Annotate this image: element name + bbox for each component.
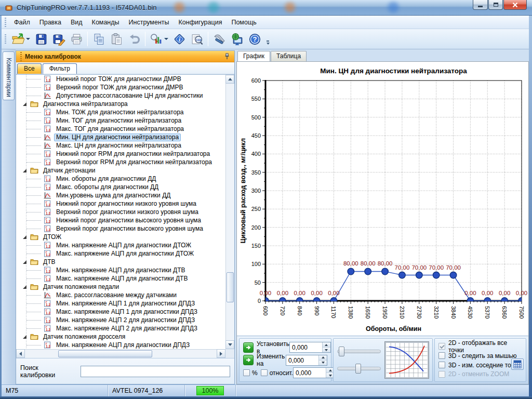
save-as-button[interactable] xyxy=(50,31,67,47)
search-input[interactable] xyxy=(81,366,230,377)
toolbar-grip[interactable] xyxy=(5,34,6,44)
tree-item[interactable]: Мин.уровень шума для диагностики ДД xyxy=(16,191,225,200)
menu-item[interactable]: Файл xyxy=(9,17,35,28)
slider-thumb[interactable] xyxy=(355,364,361,374)
chart-view-button[interactable] xyxy=(148,31,170,47)
open-file-button[interactable] xyxy=(10,31,32,47)
title-bar[interactable]: ChipTuningPRO ver.7.7.1.1193 - I574DA01.… xyxy=(0,0,532,16)
relative-checkbox[interactable] xyxy=(261,369,268,376)
tree-vertical-scrollbar[interactable] xyxy=(225,75,234,349)
tree-horizontal-scrollbar[interactable] xyxy=(16,349,225,358)
dropdown-arrow-icon[interactable] xyxy=(164,38,168,40)
tree-item[interactable]: 1.2Нижний порог RPM для диагностики нейт… xyxy=(16,150,225,158)
preview-zoom-button[interactable]: 110 xyxy=(189,31,205,47)
tree-item[interactable]: Макс. рассогласование между датчиками xyxy=(16,291,225,299)
toolbar-overflow-button[interactable] xyxy=(265,31,270,47)
tree-item[interactable]: Макс. ЦН для диагностики нейтрализатора xyxy=(16,141,225,150)
scroll-down-button[interactable] xyxy=(225,340,234,349)
tree-item[interactable]: 1.2Верхний порог диагностики низкого уро… xyxy=(16,208,225,216)
tree-item[interactable]: 1.2Мин. напряжение АЦП для диагностики Д… xyxy=(16,241,225,249)
expander-icon[interactable] xyxy=(23,285,26,289)
scroll-up-button[interactable] xyxy=(225,75,234,84)
undo-button[interactable] xyxy=(126,31,142,47)
apply-set-button[interactable] xyxy=(243,342,254,353)
spinner-value[interactable]: 0,000 xyxy=(290,342,322,352)
comments-tab[interactable]: Комментарии xyxy=(3,51,15,100)
menu-item[interactable]: Конфигурация xyxy=(174,17,227,28)
tree-item[interactable]: 1.2Верхний порог ТОЖ для диагностики ДМР… xyxy=(16,83,225,91)
set-value-spinner[interactable]: 0,000 xyxy=(289,342,331,353)
tree-item[interactable]: Диагностика нейтрализатора xyxy=(16,100,225,108)
tree-item[interactable]: Датчик детонации xyxy=(16,166,225,175)
scroll-left-button[interactable] xyxy=(16,349,25,358)
internet-button[interactable] xyxy=(229,31,245,47)
dropdown-arrow-icon[interactable] xyxy=(26,38,30,40)
tree-item[interactable]: 1.2Мин. ТОЖ для диагностики нейтрализато… xyxy=(16,108,225,116)
menu-item[interactable]: Правка xyxy=(35,17,66,28)
pin-icon[interactable] xyxy=(223,52,231,61)
tree-item[interactable]: 1.2Нижний порог ТОЖ для диагностики ДМРВ xyxy=(16,75,225,83)
checkbox[interactable] xyxy=(438,362,445,368)
tree-item[interactable]: 1.2Макс. напряжение АЦП 2 для диагностик… xyxy=(16,324,225,332)
expander-icon[interactable] xyxy=(23,169,26,172)
chart-point[interactable] xyxy=(348,268,354,275)
tree-item[interactable]: 1.2Мин. напряжение АЦП для диагностики Д… xyxy=(16,341,225,349)
tree-item[interactable]: 1.2Макс. напряжение АЦП для диагностики … xyxy=(16,274,225,283)
tree-item[interactable]: ДТВ xyxy=(16,258,225,266)
chart-point[interactable] xyxy=(382,268,389,275)
spin-up-button[interactable] xyxy=(319,355,327,361)
paste-button[interactable] xyxy=(108,31,125,47)
tree-item[interactable]: 1.2Макс. напряжение АЦП для диагностики … xyxy=(16,249,225,258)
spin-up-button[interactable] xyxy=(323,342,330,348)
expander-icon[interactable] xyxy=(23,260,26,264)
tree-item[interactable]: 1.2Мин. напряжение АЦП для диагностики Д… xyxy=(16,266,225,274)
tree-item[interactable]: 1.2Верхний порог диагностики высокого ур… xyxy=(16,224,225,233)
chart-point[interactable] xyxy=(416,272,423,278)
print-button[interactable] xyxy=(68,31,85,47)
tree-item[interactable]: Допустимое рассогласование ЦН для диагно… xyxy=(16,91,225,100)
tab-filter[interactable]: Фильтр xyxy=(43,63,77,74)
toolbar-grip[interactable] xyxy=(5,18,6,27)
tree-item[interactable]: 1.2Мин. ТОГ для диагностики нейтрализато… xyxy=(16,116,225,125)
spin-down-button[interactable] xyxy=(323,348,330,352)
help-button[interactable]: ? xyxy=(246,31,263,47)
scroll-thumb[interactable] xyxy=(227,272,234,302)
relative-value-spinner[interactable]: 0,000 xyxy=(293,367,335,378)
minimize-button[interactable] xyxy=(473,0,488,10)
scroll-thumb[interactable] xyxy=(58,350,152,357)
chart-point[interactable] xyxy=(433,272,440,278)
tree-item[interactable]: ДТОЖ xyxy=(16,233,225,241)
slider-1[interactable] xyxy=(337,347,381,356)
menu-item[interactable]: Помощь xyxy=(227,17,261,28)
tree-item[interactable]: 1.2Мин. напряжение АЦП 2 для диагностики… xyxy=(16,316,225,324)
checkbox[interactable] xyxy=(438,371,445,378)
menu-item[interactable]: Вид xyxy=(66,17,87,28)
expander-icon[interactable] xyxy=(23,235,26,239)
panel-grip[interactable] xyxy=(20,52,22,61)
expander-icon[interactable] xyxy=(23,102,26,106)
checkbox[interactable] xyxy=(438,343,445,350)
calibration-chart[interactable]: 0501001502002503003504004505005506006007… xyxy=(237,62,528,336)
apply-change-button[interactable] xyxy=(243,355,254,365)
tree-item[interactable]: 1.2Макс. напряжение АЦП 1 для диагностик… xyxy=(16,308,225,316)
spin-down-button[interactable] xyxy=(319,361,327,365)
tree-item[interactable]: Датчик положения дросселя xyxy=(16,332,225,341)
tools-button[interactable] xyxy=(211,31,228,47)
chart-point[interactable] xyxy=(365,268,371,275)
slider-2[interactable] xyxy=(337,364,381,374)
tab-table[interactable]: Таблица xyxy=(271,51,307,61)
tree-item[interactable]: 1.2Макс. обороты для диагностики ДД xyxy=(16,183,225,191)
curve-preview[interactable] xyxy=(385,342,429,378)
tree-item[interactable]: 1.2Мин. напряжение АЦП 1 для диагностики… xyxy=(16,299,225,308)
slider-thumb[interactable] xyxy=(339,347,344,356)
percent-checkbox[interactable] xyxy=(243,369,250,376)
menu-item[interactable]: Команды xyxy=(87,17,124,28)
grid-table-button[interactable] xyxy=(511,358,524,370)
chart-point[interactable] xyxy=(450,272,457,278)
maximize-button[interactable] xyxy=(488,0,503,10)
copy-button[interactable] xyxy=(90,31,107,47)
tree-item[interactable]: 1.2Нижний порог диагностики высокого уро… xyxy=(16,216,225,224)
tab-all[interactable]: Все xyxy=(17,63,42,74)
menu-item[interactable]: Инструменты xyxy=(124,17,174,28)
scroll-right-button[interactable] xyxy=(217,349,225,358)
